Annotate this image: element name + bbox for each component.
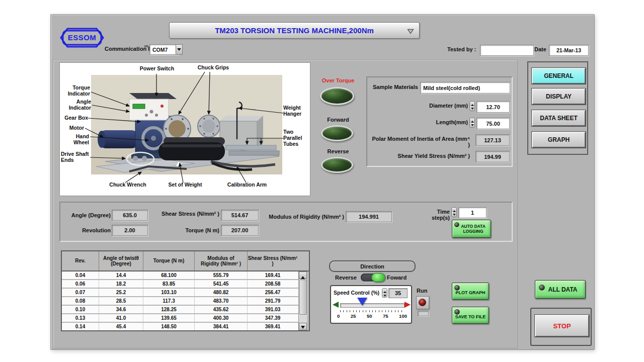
col-header-modulus: Modulus of Rigidity (N/mm² ) <box>195 251 248 270</box>
app-window: ESSOM TM203 TORSION TESTING MACHINE,200N… <box>50 14 595 350</box>
sample-panel: Sample Materials Mild steel(cold rolled)… <box>366 76 513 167</box>
all-data-led <box>539 285 545 291</box>
auto-data-logging-button[interactable]: AUTO DATA LOGGING <box>452 220 491 238</box>
comm-port-select[interactable]: COM7 <box>149 44 179 55</box>
length-input[interactable]: 75.00 <box>476 118 510 129</box>
tab-data-sheet[interactable]: DATA SHEET <box>532 110 586 126</box>
direction-reverse-label: Reverse <box>335 275 357 281</box>
machine-label-hand-wheel: Hand Wheel <box>60 134 89 146</box>
machine-label-two-parallel-tubes: Two Parallel Tubes <box>283 129 310 147</box>
sample-materials-label: Sample Materials <box>373 84 418 90</box>
io-icon: I/O <box>144 44 149 54</box>
stop-button[interactable]: STOP <box>535 315 589 337</box>
machine-label-angle-indicator: Angle Indicator <box>63 99 91 111</box>
forward-led <box>321 125 353 141</box>
machine-label-drive-shaft-ends: Drive Shaft Ends <box>61 151 89 163</box>
torque-field: 207.00 <box>221 225 259 236</box>
date-field[interactable]: 21-Mar-13 <box>549 45 589 56</box>
time-step-input[interactable]: 1 <box>458 207 487 218</box>
toggle-knob[interactable] <box>371 273 385 282</box>
scroll-up-button[interactable] <box>299 272 307 279</box>
direction-toggle[interactable] <box>361 274 384 282</box>
machine-label-torque-indicator: Torque Indicator <box>61 85 90 97</box>
col-header-shear: Shear Stress (N/mm² ) <box>248 251 298 270</box>
slider-max-arrow-icon <box>405 302 411 308</box>
shear-yield-label: Shear Yield Stress (N/mm² ) <box>388 153 470 159</box>
title-ring-selector[interactable]: TM203 TORSION TESTING MACHINE,200Nm <box>169 22 420 39</box>
table-row: 0.0414.468.100555.79169.41 <box>62 272 298 280</box>
machine-label-motor: Motor <box>62 125 84 131</box>
col-header-rev: Rev. <box>62 251 99 270</box>
machine-photo <box>60 63 310 196</box>
col-header-torque: Torque (N m) <box>143 251 195 270</box>
run-label: Run <box>417 288 427 294</box>
col-header-angle: Angle of twistθ (Degree) <box>99 251 143 270</box>
table-row: 0.1341.0139.65400.30347.39 <box>62 314 298 323</box>
polar-moment-field: 127.13 <box>475 134 510 146</box>
speed-control-panel: Speed Control (%) 35 0 25 50 75 100 <box>330 285 412 324</box>
machine-label-power-switch: Power Switch <box>134 66 180 72</box>
machine-label-weight-hanger: Weight Hanger <box>283 105 309 117</box>
direction-forward-label: Foward <box>387 275 407 281</box>
table-row: 0.1034.6128.25435.62391.03 <box>62 306 298 314</box>
shear-yield-field: 194.99 <box>475 151 510 162</box>
angle-label: Angle (Degree) <box>64 212 111 218</box>
slider-min-arrow-icon <box>333 302 339 308</box>
polar-moment-label: Polar Moment of Inertia of Area (mm⁴ ) <box>369 136 470 148</box>
speed-slider-track[interactable] <box>340 303 405 308</box>
diameter-input[interactable]: 12.70 <box>476 101 510 113</box>
over-torque-label: Over Torque <box>320 77 356 83</box>
reverse-led <box>321 157 353 173</box>
slider-ticks <box>340 310 404 312</box>
logo-text: ESSOM <box>59 33 105 42</box>
revolution-field: 2.00 <box>112 225 148 236</box>
reverse-label: Reverse <box>320 148 356 154</box>
machine-label-set-of-weight: Set of Weight <box>164 182 207 188</box>
forward-label: Forward <box>320 117 356 123</box>
machine-diagram-panel: Power Switch Chuck Grips Torque Indicato… <box>59 62 310 196</box>
speed-input[interactable]: 35 <box>388 288 408 298</box>
run-button-base <box>418 311 429 316</box>
diameter-spinner[interactable] <box>469 101 475 111</box>
plot-graph-button[interactable]: PLOT GRAPH <box>452 283 489 300</box>
machine-label-gear-box: Gear Box <box>62 115 88 121</box>
over-torque-led <box>320 87 354 105</box>
date-label: Date <box>534 46 546 52</box>
tab-graph[interactable]: GRAPH <box>532 132 586 148</box>
save-to-file-led <box>454 309 460 315</box>
length-spinner[interactable] <box>469 118 475 128</box>
speed-spinner[interactable] <box>382 288 387 298</box>
speed-control-label: Speed Control (%) <box>334 290 379 296</box>
all-data-button[interactable]: ALL DATA <box>535 280 586 299</box>
scroll-down-button[interactable] <box>299 323 307 330</box>
machine-label-chuck-grips: Chuck Grips <box>192 65 235 71</box>
time-step-label: Time step(s) <box>419 209 450 221</box>
tested-by-input[interactable] <box>480 45 534 56</box>
tab-general[interactable]: GENERAL <box>532 68 586 84</box>
shear-stress-field: 514.67 <box>221 210 259 221</box>
machine-label-calibration-arm: Calibration Arm <box>223 182 271 188</box>
angle-field: 635.0 <box>112 210 148 221</box>
time-step-spinner[interactable] <box>451 207 457 217</box>
readouts-panel: Angle (Degree) 635.0 Revolution 2.00 She… <box>59 202 513 242</box>
comm-port-dropdown-button[interactable] <box>176 44 183 55</box>
speed-slider-thumb[interactable] <box>357 298 367 306</box>
screenshot-root: { "header": { "logo_text": "ESSOM", "tit… <box>0 0 644 362</box>
nav-frame: GENERAL DISPLAY DATA SHEET GRAPH <box>527 61 588 155</box>
length-label: Length(mm) <box>386 119 468 125</box>
table-row: 0.1445.4148.50384.41369.41 <box>62 323 298 330</box>
data-table: Rev. Angle of twistθ (Degree) Torque (N … <box>61 250 310 331</box>
save-to-file-button[interactable]: SAVE TO FILE <box>452 307 489 324</box>
auto-logging-led <box>454 222 459 227</box>
sample-materials-input[interactable]: Mild steel(cold rolled) <box>420 82 510 94</box>
slider-scale: 0 25 50 75 100 <box>337 313 407 319</box>
torque-label: Torque (N m) <box>181 227 219 233</box>
diameter-label: Diameter (mm) <box>386 103 468 109</box>
run-button[interactable] <box>416 296 429 309</box>
scroll-thumb[interactable] <box>299 280 307 315</box>
table-scrollbar[interactable] <box>298 272 307 330</box>
stop-frame: STOP <box>530 308 592 346</box>
tab-display[interactable]: DISPLAY <box>532 88 586 105</box>
table-row: 0.0618.283.85541.45208.58 <box>62 280 298 289</box>
revolution-label: Revolution <box>64 227 111 233</box>
